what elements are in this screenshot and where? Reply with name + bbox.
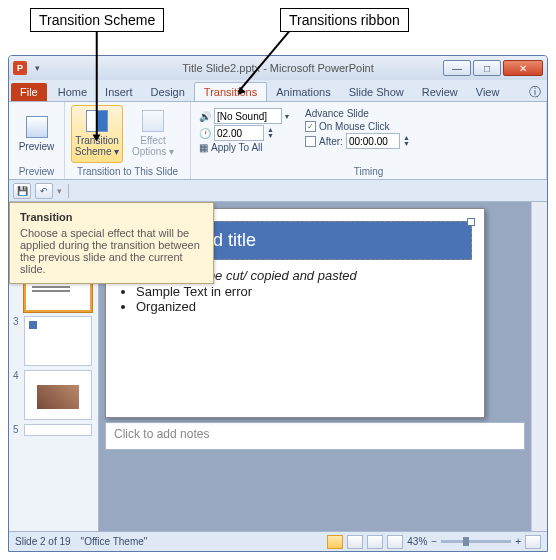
after-label: After: <box>319 136 343 147</box>
arrow-line <box>96 31 98 139</box>
save-icon[interactable]: 💾 <box>13 183 31 199</box>
thumb-number: 5 <box>13 424 21 435</box>
thumbnail-3[interactable] <box>24 316 92 366</box>
spinner-icon[interactable]: ▲▼ <box>403 135 410 146</box>
undo-icon[interactable]: ↶ <box>35 183 53 199</box>
qat-dropdown-icon[interactable]: ▾ <box>35 63 40 73</box>
bullet-item[interactable]: Sample Text in error <box>136 284 472 299</box>
tab-file[interactable]: File <box>11 83 47 101</box>
tab-review[interactable]: Review <box>413 83 467 101</box>
tab-design[interactable]: Design <box>142 83 194 101</box>
tab-view[interactable]: View <box>467 83 509 101</box>
thumb-number: 3 <box>13 316 21 327</box>
ribbon: Preview Preview Transition Scheme ▾ Effe… <box>9 102 547 180</box>
thumbnail-5[interactable] <box>24 424 92 436</box>
maximize-button[interactable]: □ <box>473 60 501 76</box>
titlebar: P ▾ Title Slide2.pptx - Microsoft PowerP… <box>9 56 547 80</box>
thumbnail-4[interactable] <box>24 370 92 420</box>
sound-select[interactable] <box>214 108 282 124</box>
tab-home[interactable]: Home <box>49 83 96 101</box>
arrow-head <box>93 135 101 142</box>
after-checkbox[interactable] <box>305 136 316 147</box>
apply-all-icon: ▦ <box>199 142 208 153</box>
tab-insert[interactable]: Insert <box>96 83 142 101</box>
advance-slide-heading: Advance Slide <box>305 108 410 119</box>
after-input[interactable] <box>346 133 400 149</box>
preview-button[interactable]: Preview <box>15 105 58 163</box>
theme-name: "Office Theme" <box>81 536 148 547</box>
apply-all-button[interactable]: ▦ Apply To All <box>199 142 289 153</box>
tab-slideshow[interactable]: Slide Show <box>340 83 413 101</box>
status-bar: Slide 2 of 19 "Office Theme" 43% − + <box>9 531 547 551</box>
notes-pane[interactable]: Click to add notes <box>105 422 525 450</box>
duration-input[interactable] <box>214 125 264 141</box>
dropdown-icon[interactable]: ▾ <box>285 112 289 121</box>
sound-icon: 🔊 <box>199 111 211 122</box>
duration-icon: 🕐 <box>199 128 211 139</box>
zoom-slider[interactable] <box>441 540 511 543</box>
group-transition-label: Transition to This Slide <box>65 165 190 179</box>
zoom-in-button[interactable]: + <box>515 536 521 547</box>
help-icon[interactable]: ⓘ <box>529 84 541 101</box>
app-icon: P <box>13 61 27 75</box>
bullet-item[interactable]: Organized <box>136 299 472 314</box>
reading-view-button[interactable] <box>367 535 383 549</box>
on-mouse-click-label: On Mouse Click <box>319 121 390 132</box>
annotation-ribbon: Transitions ribbon <box>280 8 409 32</box>
tooltip-title: Transition <box>20 211 203 223</box>
normal-view-button[interactable] <box>327 535 343 549</box>
zoom-out-button[interactable]: − <box>431 536 437 547</box>
preview-icon <box>26 116 48 138</box>
minimize-button[interactable]: — <box>443 60 471 76</box>
app-window: P ▾ Title Slide2.pptx - Microsoft PowerP… <box>8 55 548 552</box>
ribbon-tabs: File Home Insert Design Transitions Anim… <box>9 80 547 102</box>
window-title: Title Slide2.pptx - Microsoft PowerPoint <box>182 62 374 74</box>
tab-animations[interactable]: Animations <box>267 83 339 101</box>
group-preview-label: Preview <box>9 165 64 179</box>
zoom-percent[interactable]: 43% <box>407 536 427 547</box>
slide-position: Slide 2 of 19 <box>15 536 71 547</box>
fit-window-button[interactable] <box>525 535 541 549</box>
annotation-scheme: Transition Scheme <box>30 8 164 32</box>
slideshow-view-button[interactable] <box>387 535 403 549</box>
sorter-view-button[interactable] <box>347 535 363 549</box>
tab-transitions[interactable]: Transitions <box>194 82 267 101</box>
quick-access: 💾 ↶ ▾ <box>9 180 547 202</box>
thumb-number: 4 <box>13 370 21 381</box>
effect-options-button[interactable]: Effect Options ▾ <box>127 105 179 163</box>
content-area: 1 2 3 4 5 Click to add title <box>9 202 547 531</box>
close-button[interactable]: ✕ <box>503 60 543 76</box>
vertical-scrollbar[interactable] <box>531 202 547 531</box>
spinner-icon[interactable]: ▲▼ <box>267 127 274 138</box>
tooltip-body: Choose a special effect that will be app… <box>20 227 200 275</box>
effect-options-icon <box>142 110 164 132</box>
on-mouse-click-checkbox[interactable]: ✓ <box>305 121 316 132</box>
group-timing-label: Timing <box>191 165 546 179</box>
tooltip: Transition Choose a special effect that … <box>9 202 214 284</box>
